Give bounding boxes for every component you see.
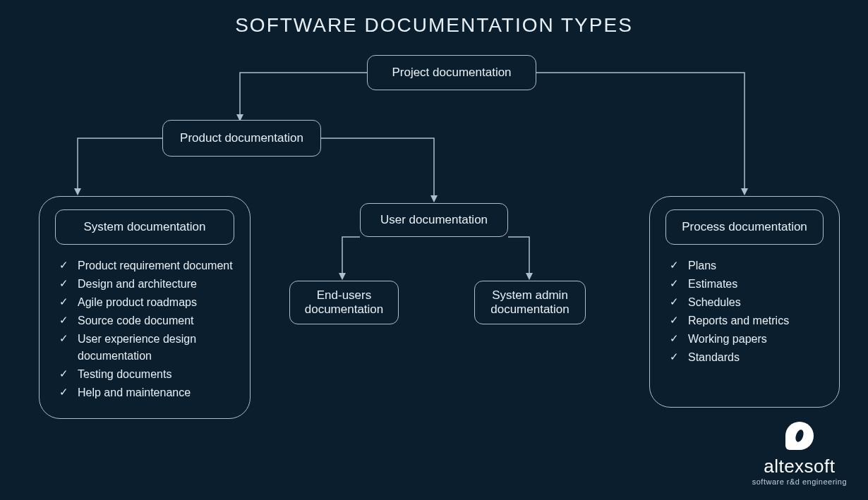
panel-list-system: Product requirement document Design and … <box>55 257 234 401</box>
list-item: Plans <box>670 257 824 274</box>
panel-system-documentation: System documentation Product requirement… <box>39 196 251 419</box>
node-end-users-documentation: End-users documentation <box>289 281 399 324</box>
list-item: Estimates <box>670 276 824 293</box>
list-item: Reports and metrics <box>670 312 824 329</box>
list-item: Product requirement document <box>59 257 234 274</box>
altexsoft-logo-icon <box>785 422 814 450</box>
logo-name: altexsoft <box>752 456 847 477</box>
list-item: Schedules <box>670 294 824 311</box>
logo: altexsoft software r&d engineering <box>752 422 847 486</box>
node-product-documentation: Product documentation <box>162 120 321 157</box>
node-label: System admin documentation <box>481 288 579 317</box>
list-item: Working papers <box>670 331 824 348</box>
panel-header-process: Process documentation <box>665 209 824 245</box>
panel-header-system: System documentation <box>55 209 234 245</box>
node-project-documentation: Project documentation <box>367 55 536 90</box>
list-item: Design and architecture <box>59 276 234 293</box>
list-item: Agile product roadmaps <box>59 294 234 311</box>
node-system-admin-documentation: System admin documentation <box>474 281 586 324</box>
panel-process-documentation: Process documentation Plans Estimates Sc… <box>649 196 840 408</box>
list-item: Help and maintenance <box>59 384 234 401</box>
node-user-documentation: User documentation <box>360 203 508 237</box>
node-label: End-users documentation <box>296 288 392 317</box>
node-label: Product documentation <box>180 131 303 145</box>
panel-list-process: Plans Estimates Schedules Reports and me… <box>665 257 824 366</box>
list-item: Source code document <box>59 312 234 329</box>
diagram-title: SOFTWARE DOCUMENTATION TYPES <box>0 14 868 37</box>
logo-tagline: software r&d engineering <box>752 477 847 486</box>
node-label: User documentation <box>380 213 488 227</box>
list-item: Testing documents <box>59 366 234 383</box>
list-item: User experience design documentation <box>59 331 234 365</box>
node-label: Project documentation <box>392 66 511 80</box>
list-item: Standards <box>670 349 824 366</box>
